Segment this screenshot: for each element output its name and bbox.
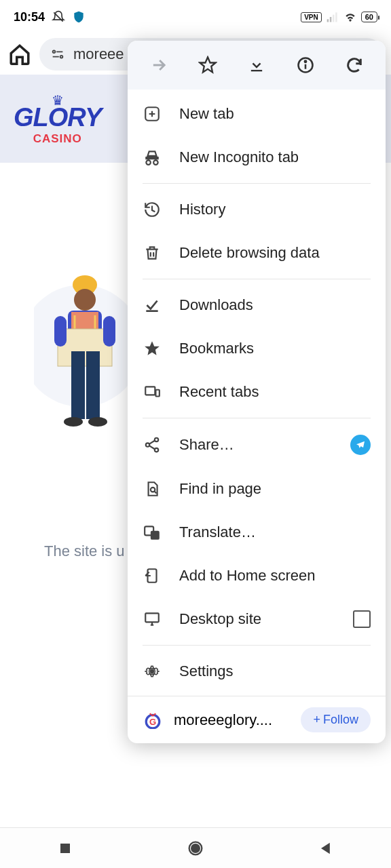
menu-bookmarks[interactable]: Bookmarks xyxy=(128,327,386,370)
devices-icon xyxy=(143,382,162,401)
desktop-icon xyxy=(143,610,162,629)
share-icon xyxy=(143,435,162,454)
add-home-icon xyxy=(143,566,162,585)
find-page-icon xyxy=(143,479,162,498)
status-time: 10:54 xyxy=(14,10,45,24)
svg-rect-33 xyxy=(155,390,159,397)
desktop-checkbox[interactable] xyxy=(353,610,371,628)
svg-line-38 xyxy=(149,446,155,449)
forward-icon[interactable] xyxy=(147,53,171,77)
menu-find[interactable]: Find in page xyxy=(128,467,386,511)
refresh-icon[interactable] xyxy=(342,53,367,77)
menu-label: Recent tabs xyxy=(179,383,371,401)
svg-rect-18 xyxy=(54,316,67,347)
menu-desktop[interactable]: Desktop site xyxy=(128,597,386,641)
menu-add-home[interactable]: Add to Home screen xyxy=(128,554,386,597)
menu-label: New tab xyxy=(179,105,371,123)
menu-recent-tabs[interactable]: Recent tabs xyxy=(128,370,386,414)
follow-button[interactable]: + Follow xyxy=(301,707,371,732)
incognito-icon xyxy=(143,148,162,167)
info-icon[interactable] xyxy=(293,53,318,77)
site-logo: ♛ GLORY CASINO xyxy=(14,92,101,146)
svg-rect-32 xyxy=(145,387,155,395)
svg-rect-21 xyxy=(86,351,100,419)
svg-point-47 xyxy=(150,669,155,674)
history-icon xyxy=(143,200,162,219)
svg-rect-20 xyxy=(71,351,85,419)
follow-label: Follow xyxy=(323,713,358,727)
svg-line-37 xyxy=(149,441,155,444)
menu-label: Translate… xyxy=(179,524,371,541)
battery-badge: 60 xyxy=(361,12,377,22)
svg-rect-42 xyxy=(151,531,160,540)
divider xyxy=(143,183,371,184)
divider xyxy=(143,645,371,646)
follow-row: G moreeeglory.... + Follow xyxy=(128,696,386,743)
trash-icon xyxy=(143,243,162,262)
svg-rect-24 xyxy=(251,70,262,71)
svg-rect-44 xyxy=(145,613,159,622)
menu-settings[interactable]: Settings xyxy=(128,650,386,693)
gear-icon xyxy=(143,662,162,681)
translate-icon xyxy=(143,523,162,542)
menu-translate[interactable]: Translate… xyxy=(128,511,386,554)
site-favicon: G xyxy=(143,710,163,730)
signal-icon xyxy=(326,10,339,24)
home-icon[interactable] xyxy=(8,43,31,66)
star-fill-icon xyxy=(143,339,162,358)
wifi-icon xyxy=(343,10,357,24)
tune-icon xyxy=(50,47,65,62)
svg-text:G: G xyxy=(149,716,156,726)
svg-point-5 xyxy=(53,51,56,54)
menu-label: Downloads xyxy=(179,296,371,314)
svg-rect-19 xyxy=(103,316,115,347)
svg-rect-50 xyxy=(60,844,70,853)
system-nav-bar xyxy=(0,827,391,868)
mute-icon xyxy=(52,10,65,24)
svg-point-23 xyxy=(88,417,107,427)
svg-point-27 xyxy=(305,61,306,62)
menu-downloads[interactable]: Downloads xyxy=(128,283,386,327)
svg-point-12 xyxy=(74,289,96,311)
menu-incognito[interactable]: New Incognito tab xyxy=(128,136,386,179)
menu-new-tab[interactable]: New tab xyxy=(128,92,386,136)
menu-share[interactable]: Share… xyxy=(128,422,386,467)
svg-rect-1 xyxy=(327,19,329,22)
svg-line-40 xyxy=(154,491,156,493)
menu-label: Bookmarks xyxy=(179,340,371,357)
nav-back-icon[interactable] xyxy=(316,839,335,858)
nav-recent-icon[interactable] xyxy=(56,839,75,858)
logo-top: GLORY xyxy=(14,103,101,132)
url-text: moreee xyxy=(73,45,124,63)
plus-icon: + xyxy=(313,713,320,727)
logo-bottom: CASINO xyxy=(33,132,82,146)
divider xyxy=(143,279,371,279)
divider xyxy=(143,418,371,418)
menu-label: Find in page xyxy=(179,480,371,498)
menu-delete-data[interactable]: Delete browsing data xyxy=(128,231,386,275)
svg-rect-3 xyxy=(333,15,335,22)
shield-icon xyxy=(72,10,86,24)
svg-point-52 xyxy=(191,844,200,852)
menu-history[interactable]: History xyxy=(128,188,386,231)
nav-home-icon[interactable] xyxy=(186,839,205,858)
menu-label: Desktop site xyxy=(179,610,335,628)
vpn-badge: VPN xyxy=(301,12,322,22)
menu-label: Settings xyxy=(179,663,371,680)
browser-menu: New tab New Incognito tab History Delete… xyxy=(128,41,386,743)
svg-rect-4 xyxy=(335,12,337,22)
star-icon[interactable] xyxy=(196,53,220,77)
telegram-icon xyxy=(350,435,371,455)
menu-label: History xyxy=(179,201,371,218)
menu-label: New Incognito tab xyxy=(179,149,371,166)
menu-label: Delete browsing data xyxy=(179,244,371,262)
menu-label: Share… xyxy=(179,436,333,454)
download-icon[interactable] xyxy=(244,53,269,77)
svg-rect-2 xyxy=(330,17,332,22)
status-bar: 10:54 VPN 60 xyxy=(0,0,391,34)
plus-square-icon xyxy=(143,104,162,123)
menu-icon-row xyxy=(128,41,386,90)
menu-label: Add to Home screen xyxy=(179,567,371,585)
svg-point-22 xyxy=(64,417,83,427)
follow-site-name: moreeeglory.... xyxy=(174,711,290,729)
